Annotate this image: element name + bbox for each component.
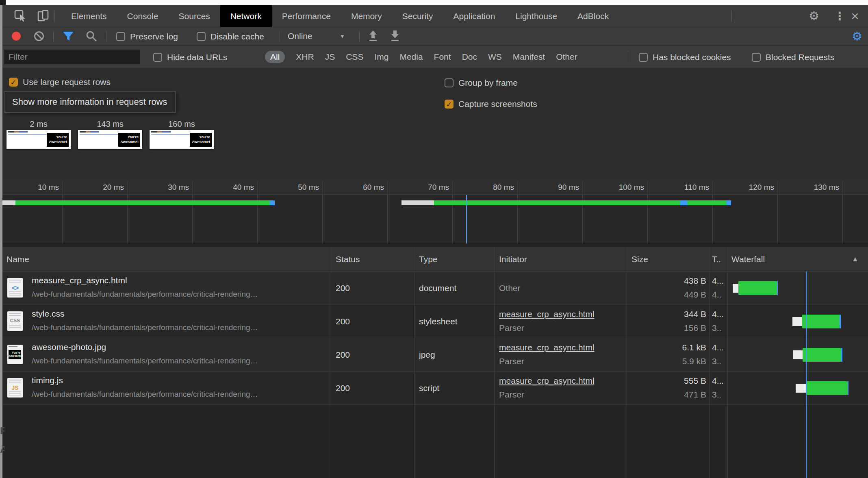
filter-input[interactable] [4,50,140,64]
filter-funnel-icon[interactable] [62,30,75,42]
search-icon[interactable] [85,30,98,42]
timeline-overview[interactable]: 10 ms20 ms30 ms40 ms50 ms60 ms70 ms80 ms… [0,180,868,244]
filmstrip-thumbnail[interactable]: You're Awesome! [150,130,214,149]
request-row[interactable]: CSSstyle.css/web-fundamentals/fundamenta… [0,305,868,338]
column-resizer[interactable] [414,247,414,478]
hide-data-urls-checkbox[interactable] [153,53,162,62]
disable-cache-option[interactable]: Disable cache [197,32,264,41]
column-header-type[interactable]: Type [419,247,438,272]
tab-security[interactable]: Security [392,5,443,27]
request-row[interactable]: You're Awesome!awesome-photo.jpg/web-fun… [0,338,868,372]
filter-pill-all[interactable]: All [265,51,285,63]
overview-tick-label: 10 ms [25,183,59,192]
column-resizer[interactable] [494,247,495,478]
blocked-requests-option[interactable]: Blocked Requests [752,52,834,62]
has-blocked-cookies-option[interactable]: Has blocked cookies [639,52,731,62]
inspect-element-icon[interactable] [14,9,27,22]
column-resizer[interactable] [331,247,331,478]
has-blocked-cookies-checkbox[interactable] [639,53,648,62]
capture-screenshots-checkbox[interactable] [445,100,454,109]
column-header-status[interactable]: Status [336,247,360,272]
request-row[interactable]: <>measure_crp_async.html/web-fundamental… [0,272,868,305]
size-cell: 438 B [627,276,706,286]
capture-screenshots-option[interactable]: Capture screenshots [445,99,537,109]
tab-memory[interactable]: Memory [341,5,392,27]
filter-pill-img[interactable]: Img [374,52,388,62]
preserve-log-option[interactable]: Preserve log [116,32,178,41]
thumbnail-header-decoration [9,346,17,347]
filter-pill-doc[interactable]: Doc [462,52,477,62]
filmstrip-thumbnail[interactable]: You're Awesome! [78,130,142,149]
network-settings-gear-icon[interactable]: ⚙ [852,29,862,43]
js-file-icon: JS [7,378,23,398]
thumbnail-text-decoration [8,134,52,135]
column-header-initiator[interactable]: Initiator [499,247,527,272]
use-large-request-rows-checkbox[interactable] [9,78,18,87]
hide-data-urls-option[interactable]: Hide data URLs [153,52,227,62]
hide-data-urls-label: Hide data URLs [167,52,227,62]
more-menu-icon[interactable]: ⋮ [834,9,845,23]
latency-cell: 3.. [712,323,721,333]
request-name[interactable]: timing.js [32,376,63,385]
column-header-time[interactable]: T.. [712,247,721,272]
waterfall-download-bar[interactable] [802,315,840,328]
request-row[interactable]: JStiming.js/web-fundamentals/fundamental… [0,372,868,405]
initiator-link[interactable]: measure_crp_async.html [499,343,595,352]
initiator-link[interactable]: measure_crp_async.html [499,376,595,386]
column-resizer[interactable] [727,247,728,478]
filter-pill-manifest[interactable]: Manifest [513,52,545,62]
preserve-log-checkbox[interactable] [116,32,125,41]
tab-elements[interactable]: Elements [61,5,117,27]
tab-adblock[interactable]: AdBlock [567,5,619,27]
filter-pill-xhr[interactable]: XHR [296,52,314,62]
filmstrip-thumbnail[interactable]: You're Awesome! [7,130,71,149]
filter-pill-css[interactable]: CSS [346,52,363,62]
sort-order-icon[interactable]: ▲ [852,247,859,272]
column-header-size[interactable]: Size [631,247,648,272]
group-by-frame-checkbox[interactable] [445,78,454,87]
use-large-request-rows-option[interactable]: Use large request rows [9,77,111,87]
request-name[interactable]: awesome-photo.jpg [32,342,106,352]
tab-application[interactable]: Application [443,5,506,27]
filter-pill-ws[interactable]: WS [488,52,502,62]
record-network-log-button[interactable] [12,32,21,41]
column-header-name[interactable]: Name [7,247,29,272]
disable-cache-checkbox[interactable] [197,32,206,41]
close-icon[interactable]: × [851,8,859,24]
request-name[interactable]: style.css [32,309,65,319]
blocked-requests-checkbox[interactable] [752,53,761,62]
throttling-select[interactable]: Online [288,31,312,41]
column-header-waterfall[interactable]: Waterfall [731,247,765,272]
tab-lighthouse[interactable]: Lighthouse [505,5,567,27]
icon-text-lines [9,391,21,396]
export-har-icon[interactable] [389,30,401,43]
column-resizer[interactable] [627,247,627,478]
import-har-icon[interactable] [367,30,379,43]
settings-gear-icon[interactable]: ⚙ [809,9,819,23]
filter-pill-media[interactable]: Media [399,52,423,62]
filter-pill-other[interactable]: Other [556,52,577,62]
filter-pill-font[interactable]: Font [434,52,451,62]
disable-cache-label: Disable cache [210,32,264,41]
column-resizer[interactable] [710,247,710,478]
tab-console[interactable]: Console [117,5,169,27]
time-cell: 4... [712,276,724,286]
tab-network[interactable]: Network [220,5,272,27]
waterfall-download-bar[interactable] [807,381,847,395]
waterfall-download-bar[interactable] [803,348,841,362]
window-corner [0,0,6,5]
tab-performance[interactable]: Performance [272,5,341,27]
device-toolbar-icon[interactable] [37,9,50,22]
initiator-link[interactable]: measure_crp_async.html [499,309,595,319]
tab-sources[interactable]: Sources [169,5,220,27]
request-name[interactable]: measure_crp_async.html [32,276,127,285]
latency-cell: 3.. [712,356,721,366]
thumbnail-header-decoration [151,131,171,133]
group-by-frame-option[interactable]: Group by frame [445,78,518,88]
waterfall-download-bar[interactable] [738,281,777,295]
overview-gridline [192,180,193,243]
throttling-dropdown-arrow[interactable]: ▼ [340,33,345,39]
blocked-requests-label: Blocked Requests [766,52,834,62]
filter-pill-js[interactable]: JS [325,52,335,62]
clear-network-log-icon[interactable] [33,30,45,42]
